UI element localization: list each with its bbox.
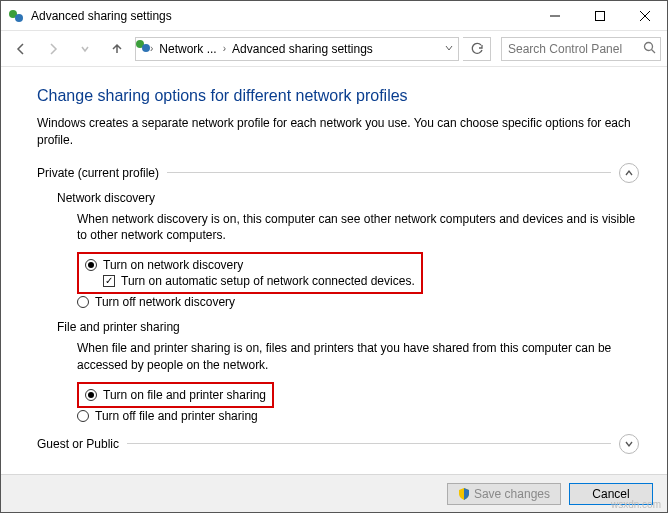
radio-icon	[85, 389, 97, 401]
svg-point-4	[645, 42, 653, 50]
option-label: Turn on network discovery	[103, 258, 243, 272]
page-description: Windows creates a separate network profi…	[37, 115, 639, 149]
control-panel-icon	[9, 8, 25, 24]
radio-turn-on-file-printer[interactable]: Turn on file and printer sharing	[85, 387, 266, 403]
search-box[interactable]	[501, 37, 661, 61]
window-title: Advanced sharing settings	[31, 9, 532, 23]
svg-rect-1	[595, 11, 604, 20]
back-button[interactable]	[7, 35, 35, 63]
page-title: Change sharing options for different net…	[37, 87, 639, 105]
divider	[167, 172, 611, 173]
search-input[interactable]	[506, 41, 656, 57]
breadcrumb-dropdown-icon[interactable]	[444, 42, 454, 56]
radio-icon	[85, 259, 97, 271]
footer: Save changes Cancel	[1, 474, 667, 512]
button-label: Save changes	[474, 487, 550, 501]
checkbox-icon	[103, 275, 115, 287]
highlight-box: Turn on network discovery Turn on automa…	[77, 252, 423, 294]
checkbox-auto-setup[interactable]: Turn on automatic setup of network conne…	[85, 273, 415, 289]
save-changes-button[interactable]: Save changes	[447, 483, 561, 505]
divider	[127, 443, 611, 444]
radio-turn-off-network-discovery[interactable]: Turn off network discovery	[77, 294, 639, 310]
titlebar: Advanced sharing settings	[1, 1, 667, 31]
svg-line-5	[652, 49, 656, 53]
section-private[interactable]: Private (current profile)	[37, 163, 639, 183]
breadcrumb-item[interactable]: Advanced sharing settings	[232, 42, 373, 56]
subheading-file-printer: File and printer sharing	[57, 320, 639, 334]
recent-dropdown[interactable]	[71, 35, 99, 63]
chevron-up-icon[interactable]	[619, 163, 639, 183]
chevron-down-icon[interactable]	[619, 434, 639, 454]
breadcrumb-item[interactable]: Network ...	[159, 42, 216, 56]
file-printer-description: When file and printer sharing is on, fil…	[77, 340, 639, 374]
file-printer-options: Turn on file and printer sharing Turn of…	[77, 382, 639, 424]
minimize-button[interactable]	[532, 1, 577, 30]
close-button[interactable]	[622, 1, 667, 30]
shield-icon	[458, 488, 470, 500]
option-label: Turn off network discovery	[95, 295, 235, 309]
section-guest[interactable]: Guest or Public	[37, 434, 639, 454]
radio-icon	[77, 410, 89, 422]
radio-turn-on-network-discovery[interactable]: Turn on network discovery	[85, 257, 415, 273]
highlight-box: Turn on file and printer sharing	[77, 382, 274, 408]
search-icon	[643, 41, 656, 57]
subheading-network-discovery: Network discovery	[57, 191, 639, 205]
maximize-button[interactable]	[577, 1, 622, 30]
breadcrumb[interactable]: › Network ... › Advanced sharing setting…	[135, 37, 459, 61]
navbar: › Network ... › Advanced sharing setting…	[1, 31, 667, 67]
section-label: Private (current profile)	[37, 166, 159, 180]
watermark: wsxdn.com	[611, 499, 661, 510]
refresh-button[interactable]	[463, 37, 491, 61]
radio-turn-off-file-printer[interactable]: Turn off file and printer sharing	[77, 408, 639, 424]
option-label: Turn on file and printer sharing	[103, 388, 266, 402]
network-discovery-options: Turn on network discovery Turn on automa…	[77, 252, 639, 310]
option-label: Turn off file and printer sharing	[95, 409, 258, 423]
content-area: Change sharing options for different net…	[1, 67, 667, 475]
chevron-right-icon: ›	[221, 43, 228, 54]
radio-icon	[77, 296, 89, 308]
up-button[interactable]	[103, 35, 131, 63]
forward-button[interactable]	[39, 35, 67, 63]
section-label: Guest or Public	[37, 437, 119, 451]
network-discovery-description: When network discovery is on, this compu…	[77, 211, 639, 245]
option-label: Turn on automatic setup of network conne…	[121, 274, 415, 288]
